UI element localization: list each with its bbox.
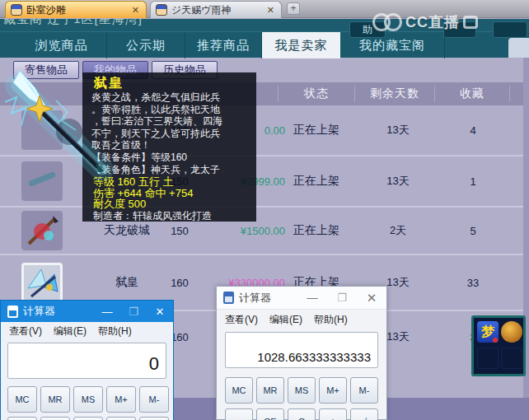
tooltip-maker: 制造者：轩辕成风强化打造 — [93, 209, 255, 223]
table-row[interactable]: 150 ¥2999.00 正在上架 13天 1 — [0, 156, 529, 208]
tab-close-icon[interactable]: ✕ — [265, 5, 276, 16]
calc2-c-button[interactable]: C — [288, 408, 316, 420]
item-fav-count: 1 — [435, 156, 511, 206]
notification-dot — [493, 338, 498, 343]
tab-title: ジ天赐ヴ雨神 — [171, 3, 265, 17]
calc2-menu-view[interactable]: 查看(V) — [225, 313, 258, 327]
calc1-mc-button[interactable]: MC — [7, 386, 37, 413]
item-icon-slot[interactable] — [21, 161, 63, 201]
browser-tab-bar: 卧室沙雕 ✕ ジ天赐ヴ雨神 ✕ + — [0, 0, 529, 18]
nav-tab-public[interactable]: 公示期 — [107, 32, 185, 58]
calc2-mc-button[interactable]: MC — [225, 377, 253, 404]
minimize-button[interactable]: — — [297, 292, 327, 304]
nav-tab-recommend[interactable]: 推荐商品 — [185, 32, 262, 58]
calculator-window-1[interactable]: 计算器 — ❐ ✕ 查看(V) 编辑(E) 帮助(H) 0 MC MR MS M… — [0, 300, 174, 420]
item-days: 2天 — [361, 208, 435, 254]
cyan-spear-icon — [24, 265, 62, 301]
calc1-button[interactable] — [7, 417, 37, 420]
item-fav-count: 5 — [435, 208, 511, 254]
table-row[interactable]: 天龙破城 150 ¥1500.00 正在上架 2天 5 — [0, 208, 529, 255]
calc1-button[interactable] — [40, 417, 70, 420]
tab-avatar-icon — [156, 4, 167, 16]
item-status: 正在上架 — [279, 208, 354, 254]
calc1-title-bar[interactable]: 计算器 — ❐ ✕ — [1, 301, 173, 322]
calc1-mplus-button[interactable]: M+ — [106, 386, 136, 413]
calc2-ms-button[interactable]: MS — [288, 377, 316, 404]
tooltip-requirements: 【装备条件】等级160 【装备角色】神天兵，龙太子 — [91, 152, 253, 175]
calc1-menu-view[interactable]: 查看(V) — [9, 324, 42, 338]
calc2-title: 计算器 — [239, 291, 297, 306]
screen: { "browser": { "tabs": [ { "title": "卧室沙… — [0, 0, 529, 420]
item-fav-count: 33 — [435, 255, 511, 310]
calc2-negate-button[interactable]: ± — [319, 408, 347, 420]
calc2-display: 1028.663333333333 — [225, 332, 378, 368]
empty-slot[interactable] — [501, 348, 522, 369]
calculator-window-2[interactable]: 计算器 — ❐ ✕ 查看(V) 编辑(E) 帮助(H) 1028.6633333… — [216, 286, 387, 420]
calc2-menu-edit[interactable]: 编辑(E) — [269, 313, 302, 327]
subtab-consign[interactable]: 寄售物品 — [13, 61, 79, 79]
tooltip-stats: 等级 160 五行 土 伤害 +644 命中 +754 耐久度 500 — [93, 176, 253, 210]
calc1-menu-edit[interactable]: 编辑(E) — [54, 324, 87, 338]
calc1-title: 计算器 — [23, 304, 94, 319]
item-fav-count: 4 — [435, 105, 511, 155]
calculator-icon — [223, 292, 234, 304]
tab-close-icon[interactable]: ✕ — [130, 5, 141, 16]
browser-tab-1[interactable]: 卧室沙雕 ✕ — [5, 1, 147, 18]
item-tooltip: 弑皇 炎黄之战，杀怨之气俱归此兵 。黄帝得胜，以此兵祭祀天地 ，誓曰:若治下三界… — [82, 72, 256, 222]
tooltip-item-name: 弑皇 — [94, 75, 124, 92]
empty-slot[interactable] — [477, 348, 499, 369]
item-icon-slot-selected[interactable] — [21, 263, 63, 302]
calc1-mr-button[interactable]: MR — [40, 386, 70, 413]
maximize-button[interactable]: ❐ — [327, 292, 357, 304]
tab-avatar-icon — [11, 4, 22, 16]
calc2-mr-button[interactable]: MR — [256, 377, 284, 404]
calc2-backspace-button[interactable]: ← — [225, 408, 253, 420]
browser-tab-2[interactable]: ジ天赐ヴ雨神 ✕ — [150, 1, 282, 18]
item-icon-slot[interactable] — [21, 110, 63, 150]
tooltip-description: 炎黄之战，杀怨之气俱归此兵 。黄帝得胜，以此兵祭祀天地 ，誓曰:若治下三界失靖、… — [91, 91, 251, 152]
calc1-menu-help[interactable]: 帮助(H) — [98, 324, 132, 338]
col-header-fav[interactable]: 收藏 — [436, 82, 508, 105]
calc1-button[interactable] — [139, 417, 169, 420]
game-item-panel: 梦 — [471, 315, 526, 376]
calc1-button[interactable] — [73, 417, 103, 420]
coin-item-icon[interactable] — [501, 321, 522, 343]
new-tab-button[interactable]: + — [287, 2, 300, 15]
calc1-ms-button[interactable]: MS — [73, 386, 103, 413]
nav-tab-browse[interactable]: 浏览商品 — [16, 32, 107, 58]
blade-icon — [28, 171, 56, 187]
calc2-title-bar[interactable]: 计算器 — ❐ ✕ — [217, 287, 386, 310]
calc2-mplus-button[interactable]: M+ — [319, 377, 347, 404]
calc2-menu-help[interactable]: 帮助(H) — [314, 313, 348, 327]
item-status: 正在上架 — [279, 105, 354, 155]
helper-button[interactable]: 助 — [349, 21, 386, 38]
nav-tab-seller[interactable]: 我是卖家 — [262, 32, 340, 58]
maximize-button[interactable]: ❐ — [120, 306, 147, 318]
item-icon-slot[interactable] — [21, 211, 63, 250]
minimize-button[interactable]: — — [94, 306, 120, 318]
calc1-button[interactable] — [106, 417, 136, 420]
item-status: 正在上架 — [279, 156, 354, 206]
table-header: 状态 剩余天数 收藏 — [0, 82, 529, 105]
table-row[interactable]: 160 0.00 正在上架 13天 4 — [0, 105, 529, 156]
col-header-status[interactable]: 状态 — [279, 82, 354, 105]
calc1-mminus-button[interactable]: M- — [139, 386, 169, 413]
calc2-mminus-button[interactable]: M- — [350, 377, 378, 404]
tab-title: 卧室沙雕 — [26, 3, 130, 17]
calc1-display: 0 — [7, 343, 166, 379]
close-button[interactable]: ✕ — [147, 306, 173, 318]
calc2-ce-button[interactable]: CE — [256, 408, 284, 420]
side-tab-fragment[interactable] — [508, 38, 529, 58]
red-spear-icon — [21, 211, 63, 250]
col-header-days[interactable]: 剩余天数 — [356, 82, 433, 105]
item-days: 13天 — [361, 105, 435, 155]
close-button[interactable]: ✕ — [357, 291, 386, 306]
server-location-text: 藏宝阁 辽宁1区[星海湾] — [3, 19, 143, 27]
toolbar-button[interactable] — [443, 21, 476, 38]
item-days: 13天 — [361, 156, 435, 206]
calculator-icon — [7, 306, 18, 318]
calc2-sqrt-button[interactable]: √ — [350, 408, 378, 420]
toolbar-button[interactable] — [493, 21, 527, 38]
